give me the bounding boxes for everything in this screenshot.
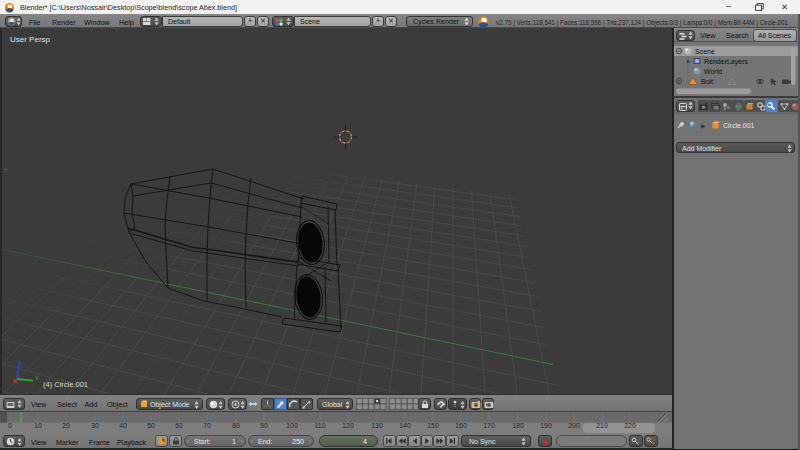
svg-text:World: World	[704, 68, 722, 75]
svg-text:Scene: Scene	[695, 48, 715, 55]
svg-text:y: y	[36, 374, 39, 380]
svg-text:RenderLayers: RenderLayers	[704, 58, 748, 66]
svg-text:Bolt: Bolt	[701, 78, 713, 85]
